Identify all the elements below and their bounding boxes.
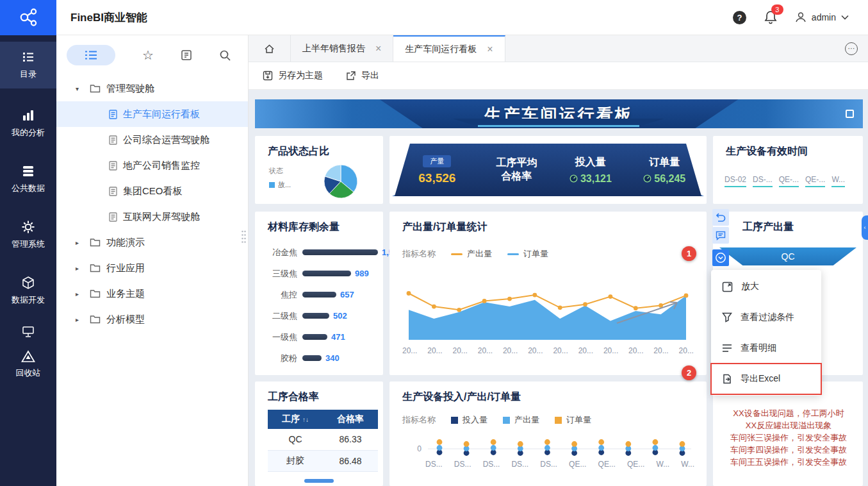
expand-arrow-icon[interactable]: ▸: [76, 239, 84, 246]
tree-item-internet-bigscreen[interactable]: 互联网大屏驾驶舱: [56, 204, 248, 230]
home-icon: [264, 44, 275, 54]
line-area-chart[interactable]: [402, 276, 694, 341]
menu-item-view-details[interactable]: 查看明细: [711, 333, 821, 364]
bar-value: 340: [325, 353, 340, 363]
legend-title: 状态: [269, 166, 291, 176]
tree-item-label: 生产车间运行看板: [123, 108, 200, 121]
sidebar-item-data-dev[interactable]: 数据开发: [0, 267, 56, 314]
help-button[interactable]: ?: [733, 11, 746, 24]
x-axis-label: DS...: [511, 460, 528, 469]
table-row[interactable]: 封胶86.48: [268, 450, 378, 471]
x-axis-labels: DS...DS...DS...DS...DS...QE...QE...QE...…: [425, 460, 694, 469]
device-time-card: 生产设备有效时间 DS-02DS-...QE-...QE-...W...: [713, 136, 863, 204]
device-axis-label: DS-...: [753, 175, 773, 187]
tree-folder-business-topics[interactable]: ▸ 业务主题: [56, 281, 248, 306]
funnel-stage[interactable]: QC: [719, 247, 856, 265]
bar: [302, 271, 351, 276]
sort-icon[interactable]: ↑↓: [302, 416, 309, 423]
collapse-panel-handle[interactable]: ‹: [862, 215, 868, 240]
tree-item-production-workshop-dashboard[interactable]: 生产车间运行看板: [56, 101, 248, 127]
comment-button[interactable]: [712, 227, 729, 244]
legend-title: 指标名称: [402, 248, 436, 260]
kpi-number: 56,245: [654, 173, 685, 185]
x-axis-label: 20...: [427, 346, 442, 355]
export-button[interactable]: 导出: [346, 70, 379, 81]
sidebar-item-admin-system[interactable]: 管理系统: [0, 212, 56, 258]
collapse-arrow-icon[interactable]: ▾: [76, 85, 84, 92]
list-view-toggle[interactable]: [67, 45, 115, 65]
menu-item-view-filters[interactable]: 查看过滤条件: [711, 302, 821, 333]
tab-sales-report[interactable]: 上半年销售报告 ×: [291, 35, 393, 62]
bar-category-label: 一级焦: [260, 331, 297, 343]
banner-fullscreen-icon[interactable]: [846, 110, 854, 118]
tree-item-real-estate-sales[interactable]: 地产公司销售监控: [56, 153, 248, 178]
data-point: [545, 439, 550, 445]
sidebar-item-public-data[interactable]: 公共数据: [0, 156, 56, 203]
tree-folder-feature-demo[interactable]: ▸ 功能演示: [56, 230, 248, 255]
legend-items: 产出量订单量: [451, 248, 548, 260]
more-actions-button[interactable]: [712, 249, 729, 266]
comment-icon: [716, 231, 726, 240]
sidebar-item-recycle-bin[interactable]: 回收站: [0, 342, 56, 387]
kpi-number: 33,121: [580, 173, 612, 185]
tree-folder-analysis-models[interactable]: ▸ 分析模型: [56, 306, 248, 332]
report-button[interactable]: [181, 49, 192, 61]
search-button[interactable]: [219, 49, 231, 62]
directory-panel: ☆ ▾ 管理驾驶舱 生产车间运行看板 公司综合运营驾驶舱: [56, 35, 249, 486]
home-tab[interactable]: [249, 35, 291, 62]
panel-resize-handle[interactable]: [241, 230, 247, 246]
save-as-theme-button[interactable]: 另存为主题: [263, 70, 323, 81]
x-axis-label: 20...: [603, 346, 618, 355]
tree-folder-management-cockpit[interactable]: ▾ 管理驾驶舱: [56, 76, 248, 101]
scatter-chart[interactable]: 0: [402, 430, 694, 460]
table-column-header[interactable]: 合格率: [323, 410, 378, 429]
close-icon[interactable]: ×: [375, 44, 381, 54]
sidebar-item-catalog[interactable]: 目录: [0, 42, 56, 88]
x-axis-label: DS...: [454, 460, 471, 469]
legend-item[interactable]: 订单量: [507, 248, 548, 260]
close-icon[interactable]: ×: [487, 44, 493, 54]
legend-item[interactable]: 产出量: [503, 414, 539, 426]
tree-item-ceo-dashboard[interactable]: 集团CEO看板: [56, 178, 248, 204]
pie-chart[interactable]: [323, 163, 359, 199]
finebi-logo[interactable]: [0, 0, 56, 35]
legend-marker: [451, 417, 458, 424]
table-row[interactable]: QC86.33: [268, 429, 378, 450]
gauge-icon: [569, 174, 578, 183]
tree-item-label: 互联网大屏驾驶舱: [123, 211, 200, 223]
tab-production-dashboard[interactable]: 生产车间运行看板 ×: [393, 35, 505, 62]
legend-item[interactable]: 故...: [269, 180, 291, 190]
sidebar-item-label: 数据开发: [12, 294, 45, 306]
horizontal-scrollbar[interactable]: [304, 479, 334, 483]
table-column-header[interactable]: 工序↑↓: [268, 410, 323, 429]
bar-category-label: 二级焦: [260, 310, 297, 322]
expand-arrow-icon[interactable]: ▸: [76, 265, 84, 272]
tree-folder-label: 行业应用: [106, 262, 145, 274]
expand-arrow-icon[interactable]: ▸: [76, 290, 84, 297]
banner-ribbon: [453, 119, 664, 125]
bar-chart[interactable]: 冶金焦1,580三级焦989焦控657二级焦502一级焦471胶粉340: [255, 234, 383, 369]
catalog-icon: [21, 50, 35, 64]
undo-button[interactable]: [712, 209, 729, 226]
expand-arrow-icon[interactable]: ▸: [76, 316, 84, 323]
tree-item-company-ops-cockpit[interactable]: 公司综合运营驾驶舱: [56, 127, 248, 153]
legend-item[interactable]: 订单量: [555, 414, 591, 426]
menu-item-export-excel[interactable]: 导出Excel: [711, 364, 821, 394]
kpi-value: 56,245: [643, 173, 685, 185]
data-point: [407, 291, 411, 296]
favorites-button[interactable]: ☆: [142, 47, 154, 63]
list-icon: [85, 50, 97, 60]
sidebar-item-my-analysis[interactable]: 我的分析: [0, 100, 56, 147]
legend-item[interactable]: 投入量: [451, 414, 487, 426]
menu-item-zoom[interactable]: 放大: [711, 271, 821, 302]
user-menu[interactable]: admin: [795, 12, 849, 23]
sidebar-item-screen[interactable]: [0, 323, 56, 340]
legend-marker: [507, 253, 519, 255]
tree-folder-industry-apps[interactable]: ▸ 行业应用: [56, 255, 248, 281]
detail-list-icon: [722, 344, 732, 353]
folder-icon: [90, 238, 101, 247]
notifications-button[interactable]: 3: [764, 10, 777, 24]
tab-more-button[interactable]: ⋯: [845, 42, 858, 55]
x-axis-label: 20...: [553, 346, 568, 355]
legend-item[interactable]: 产出量: [451, 248, 492, 260]
